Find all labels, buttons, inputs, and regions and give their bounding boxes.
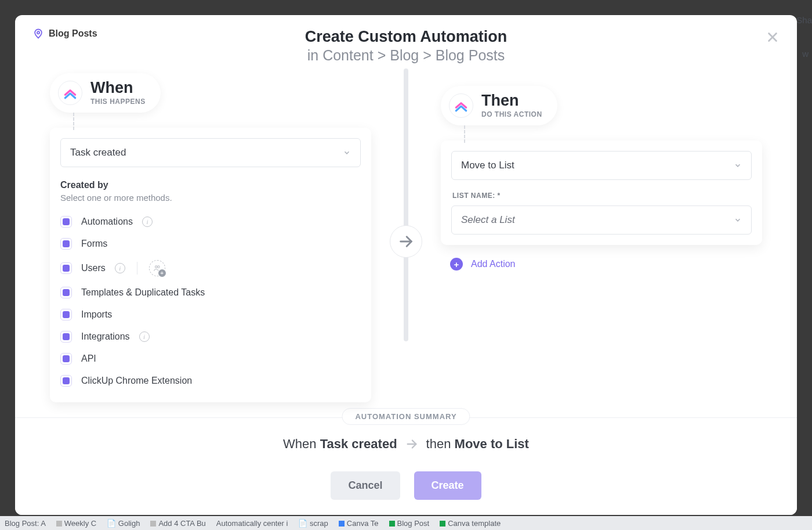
list-select-dropdown[interactable]: Select a List [451,205,752,235]
modal-body: When THIS HAPPENS Task created Created b… [15,68,797,417]
method-label: Integrations [81,331,130,342]
checkbox-users[interactable] [60,262,72,274]
checkbox-chrome-ext[interactable] [60,375,72,387]
then-card: Move to List LIST NAME: * Select a List [441,140,762,245]
checkbox-templates[interactable] [60,287,72,298]
chevron-down-icon [343,149,351,157]
then-subheading: DO THIS ACTION [481,110,542,118]
divider [137,262,137,275]
when-card: Task created Created by Select one or mo… [50,128,371,402]
created-by-label: Created by [60,180,361,190]
automation-modal: Blog Posts Create Custom Automation in C… [15,15,797,515]
clickup-logo-icon [449,93,473,118]
list-name-label: LIST NAME: * [452,192,752,200]
created-by-sub: Select one or more methods. [60,193,361,203]
bg-w-text: w [802,49,809,59]
then-column: Then DO THIS ACTION Move to List LIST NA… [406,68,797,417]
method-label: Templates & Duplicated Tasks [81,287,205,298]
plus-icon: + [450,258,463,271]
trigger-value: Task created [70,147,126,158]
method-label: Automations [81,217,133,227]
method-label: Forms [81,239,107,249]
chevron-down-icon [734,216,742,224]
action-value: Move to List [461,160,514,171]
bg-share-text: Sha [796,15,812,25]
clickup-logo-icon [58,81,82,105]
then-pill: Then DO THIS ACTION [441,86,557,125]
trigger-dropdown[interactable]: Task created [60,138,361,167]
close-button[interactable] [763,28,782,46]
location-text: Blog Posts [49,28,97,39]
when-column: When THIS HAPPENS Task created Created b… [15,68,406,417]
info-icon[interactable]: i [139,331,150,342]
method-automations: Automations i [60,211,361,233]
svg-point-0 [37,31,39,34]
modal-footer: AUTOMATION SUMMARY When Task created the… [15,417,797,515]
method-label: API [81,354,96,364]
svg-point-5 [157,266,160,268]
checkbox-imports[interactable] [60,309,72,320]
location-tag[interactable]: Blog Posts [32,28,97,39]
checkbox-automations[interactable] [60,216,72,228]
then-heading: Then [481,93,542,109]
method-forms: Forms [60,233,361,255]
when-subheading: THIS HAPPENS [90,98,146,106]
arrow-right-icon [405,438,418,450]
chevron-down-icon [734,161,742,170]
svg-point-4 [155,266,157,268]
add-action-label: Add Action [471,259,516,269]
modal-path: in Content > Blog > Blog Posts [32,47,780,64]
method-users: Users i + [60,255,361,282]
footer-buttons: Cancel Create [15,471,797,500]
method-integrations: Integrations i [60,326,361,348]
modal-title: Create Custom Automation [32,28,780,46]
method-label: Imports [81,309,112,320]
location-pin-icon [32,28,44,39]
arrow-right-icon [398,233,414,250]
checkbox-integrations[interactable] [60,331,72,342]
method-label: Users [81,263,106,273]
method-templates: Templates & Duplicated Tasks [60,282,361,304]
method-chrome-ext: ClickUp Chrome Extension [60,370,361,392]
bg-browser-tabs: Blog Post: A Weekly C 📄 Goligh Add 4 CTA… [0,516,812,530]
info-icon[interactable]: i [142,217,153,227]
when-pill: When THIS HAPPENS [50,73,161,113]
add-user-icon[interactable]: + [149,260,165,276]
checkbox-api[interactable] [60,353,72,365]
create-button[interactable]: Create [414,471,481,500]
summary-text: When Task created then Move to List [15,437,797,452]
method-imports: Imports [60,304,361,326]
modal-header: Blog Posts Create Custom Automation in C… [15,15,797,68]
list-placeholder: Select a List [461,214,515,226]
cancel-button[interactable]: Cancel [331,471,400,500]
checkbox-forms[interactable] [60,238,72,250]
add-action-button[interactable]: + Add Action [450,258,762,271]
action-dropdown[interactable]: Move to List [451,151,752,180]
flow-arrow [390,225,422,258]
method-api: API [60,348,361,370]
when-heading: When [90,80,146,96]
method-label: ClickUp Chrome Extension [81,376,192,386]
close-icon [766,31,779,44]
info-icon[interactable]: i [115,263,125,273]
